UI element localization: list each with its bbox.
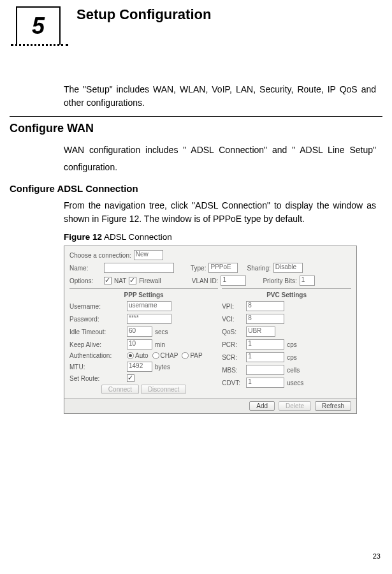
idle-timeout-label: Idle Timeout: [69,328,127,335]
choose-connection-select[interactable]: New [134,250,163,260]
auth-auto-radio[interactable] [127,352,134,359]
intro-text: The "Setup" includes WAN, WLAN, VoIP, LA… [64,83,376,110]
vci-label: VCI: [222,316,246,323]
keep-alive-label: Keep Alive: [69,341,127,348]
idle-timeout-input[interactable]: 60 [127,327,152,337]
vlan-input[interactable]: 1 [221,276,246,286]
vlan-label: VLAN ID: [192,277,219,284]
mbs-input[interactable] [246,365,284,375]
pcr-label: PCR: [222,341,246,348]
options-label: Options: [69,277,101,284]
auth-auto-label: Auto [135,352,149,359]
figure-title: ADSL Connection [104,232,172,242]
nat-label: NAT [114,277,126,284]
auth-chap-radio[interactable] [152,352,159,359]
auth-label: Authentication: [69,352,127,359]
chapter-header: 5 Setup Configuration [10,6,382,45]
sharing-label: Sharing: [247,265,270,272]
type-label: Type: [191,265,206,272]
scr-input[interactable]: 1 [246,352,284,362]
refresh-button[interactable]: Refresh [315,401,351,411]
chapter-title: Setup Configuration [76,6,211,23]
mbs-label: MBS: [222,367,246,374]
cdvt-label: CDVT: [222,379,246,386]
chapter-number: 5 [32,13,45,40]
button-row: Add Delete Refresh [64,398,356,413]
scr-label: SCR: [222,354,246,361]
subsection-heading-adsl: Configure ADSL Connection [10,183,382,194]
section-heading-configure-wan: Configure WAN [10,122,382,135]
mtu-input[interactable]: 1492 [127,362,152,372]
qos-label: QoS: [222,328,246,335]
figure-label: Figure 12 [64,232,102,242]
ppp-settings-header: PPP Settings [69,291,218,298]
wan-description: WAN configuration includes " ADSL Connec… [64,142,376,175]
sharing-select[interactable]: Disable [273,263,303,273]
set-route-label: Set Route: [69,375,127,382]
page-number: 23 [373,552,381,560]
username-label: Username: [69,303,127,310]
auth-pap-label: PAP [190,352,202,359]
priority-label: Priority Bits: [263,277,296,284]
adsl-description: From the navigation tree, click "ADSL Co… [64,199,376,226]
password-input[interactable]: **** [127,314,171,324]
username-input[interactable]: username [127,301,171,311]
vci-input[interactable]: 8 [246,314,284,324]
priority-select[interactable]: 1 [300,276,315,286]
divider [10,116,382,117]
figure-adsl-connection: Choose a connection: New Name: Type: PPP… [64,246,357,414]
chapter-number-box: 5 [16,6,61,45]
idle-unit: secs [155,328,168,335]
qos-select[interactable]: UBR [246,327,275,337]
name-label: Name: [69,265,101,272]
figure-caption: Figure 12 ADSL Connection [64,232,382,242]
mtu-unit: bytes [155,364,170,371]
auth-chap-label: CHAP [161,352,178,359]
choose-connection-label: Choose a connection: [69,252,131,259]
scr-unit: cps [287,354,297,361]
mbs-unit: cells [287,367,300,374]
delete-button[interactable]: Delete [279,401,311,411]
pcr-input[interactable]: 1 [246,339,284,350]
mtu-label: MTU: [69,364,127,371]
keep-unit: min [155,341,165,348]
set-route-checkbox[interactable] [127,374,134,382]
vpi-input[interactable]: 8 [246,301,284,311]
nat-checkbox[interactable] [104,277,112,284]
firewall-checkbox[interactable] [129,277,136,284]
cdvt-input[interactable]: 1 [246,378,284,388]
auth-pap-radio[interactable] [182,352,189,359]
name-input[interactable] [104,263,174,273]
connect-button[interactable]: Connect [101,385,139,394]
pcr-unit: cps [287,341,297,348]
firewall-label: Firewall [139,277,161,284]
type-select[interactable]: PPPoE [208,263,238,273]
vpi-label: VPI: [222,303,246,310]
keep-alive-input[interactable]: 10 [127,339,152,350]
add-button[interactable]: Add [249,401,275,411]
password-label: Password: [69,316,127,323]
cdvt-unit: usecs [287,379,303,386]
disconnect-button[interactable]: Disconnect [141,385,186,394]
pvc-settings-header: PVC Settings [222,291,351,298]
